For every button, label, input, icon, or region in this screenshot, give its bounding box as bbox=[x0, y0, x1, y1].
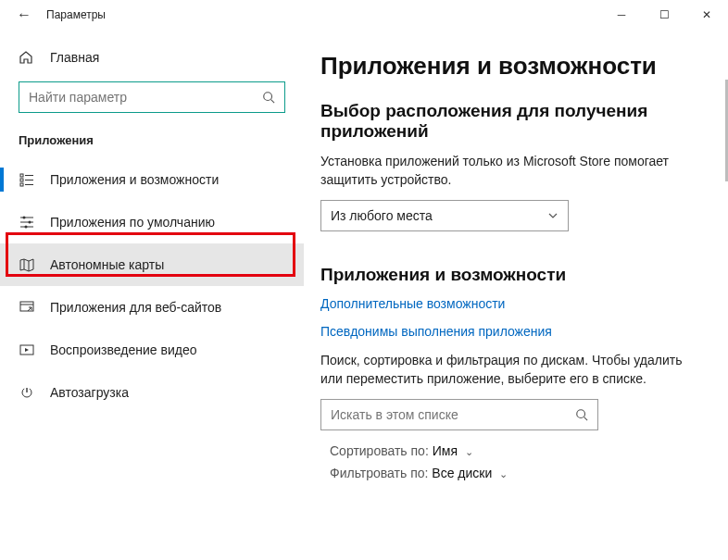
nav-label: Автономные карты bbox=[50, 257, 164, 272]
link-execution-aliases[interactable]: Псевдонимы выполнения приложения bbox=[320, 324, 697, 339]
maximize-button[interactable]: ☐ bbox=[643, 0, 685, 30]
sidebar: Главная Приложения Приложения и возможно… bbox=[0, 30, 304, 560]
nav-video-playback[interactable]: Воспроизведение видео bbox=[0, 329, 304, 371]
titlebar: ← Параметры ─ ☐ ✕ bbox=[0, 0, 728, 30]
page-heading: Приложения и возможности bbox=[320, 52, 697, 81]
svg-marker-20 bbox=[25, 348, 29, 352]
search-icon bbox=[262, 91, 275, 104]
chevron-down-icon: ⌄ bbox=[465, 446, 473, 457]
filter-row[interactable]: Фильтровать по: Все диски ⌄ bbox=[320, 466, 697, 480]
defaults-icon bbox=[19, 215, 35, 230]
svg-line-24 bbox=[584, 417, 588, 421]
chevron-down-icon: ⌄ bbox=[499, 468, 508, 479]
svg-point-11 bbox=[29, 221, 31, 224]
sort-row[interactable]: Сортировать по: Имя ⌄ bbox=[320, 443, 697, 458]
svg-point-13 bbox=[25, 226, 28, 229]
svg-point-0 bbox=[264, 93, 272, 101]
source-heading: Выбор расположения для получения приложе… bbox=[320, 101, 697, 142]
svg-point-23 bbox=[577, 410, 585, 418]
svg-rect-2 bbox=[20, 174, 23, 177]
svg-point-9 bbox=[23, 217, 26, 219]
startup-icon bbox=[19, 385, 35, 400]
source-dropdown[interactable]: Из любого места bbox=[320, 200, 569, 231]
nav-label: Приложения и возможности bbox=[50, 172, 219, 187]
filter-label: Фильтровать по: bbox=[330, 466, 428, 480]
sort-label: Сортировать по: bbox=[330, 443, 429, 458]
nav-label: Приложения по умолчанию bbox=[50, 215, 215, 230]
close-button[interactable]: ✕ bbox=[685, 0, 728, 30]
video-icon bbox=[19, 342, 35, 357]
filter-input[interactable] bbox=[331, 407, 575, 422]
home-nav[interactable]: Главная bbox=[0, 46, 304, 81]
home-icon bbox=[19, 50, 35, 65]
back-button[interactable]: ← bbox=[11, 6, 37, 23]
nav-label: Приложения для веб-сайтов bbox=[50, 300, 221, 315]
svg-rect-4 bbox=[20, 179, 23, 181]
svg-rect-6 bbox=[20, 183, 23, 186]
nav-websites-apps[interactable]: Приложения для веб-сайтов bbox=[0, 286, 304, 329]
filter-value: Все диски bbox=[432, 466, 492, 480]
nav-label: Автозагрузка bbox=[50, 385, 129, 400]
link-optional-features[interactable]: Дополнительные возможности bbox=[320, 296, 697, 311]
apps-body: Поиск, сортировка и фильтрация по дискам… bbox=[320, 352, 697, 388]
home-label: Главная bbox=[50, 50, 99, 65]
nav-offline-maps[interactable]: Автономные карты bbox=[0, 243, 304, 286]
nav-default-apps[interactable]: Приложения по умолчанию bbox=[0, 201, 304, 243]
section-title: Приложения bbox=[0, 133, 304, 158]
apps-heading: Приложения и возможности bbox=[320, 265, 697, 285]
search-box[interactable] bbox=[19, 81, 285, 113]
nav-label: Воспроизведение видео bbox=[50, 342, 196, 357]
sort-value: Имя bbox=[433, 443, 458, 458]
window-controls: ─ ☐ ✕ bbox=[600, 0, 728, 30]
chevron-down-icon bbox=[547, 210, 559, 221]
nav-startup[interactable]: Автозагрузка bbox=[0, 371, 304, 414]
website-icon bbox=[19, 300, 35, 315]
list-icon bbox=[19, 172, 35, 187]
svg-line-18 bbox=[28, 307, 31, 311]
source-value: Из любого места bbox=[331, 208, 547, 223]
search-input[interactable] bbox=[29, 90, 262, 105]
source-body: Установка приложений только из Microsoft… bbox=[320, 153, 697, 189]
map-icon bbox=[19, 257, 35, 272]
minimize-button[interactable]: ─ bbox=[600, 0, 643, 30]
svg-line-1 bbox=[271, 100, 275, 104]
main-content: Приложения и возможности Выбор расположе… bbox=[304, 30, 728, 560]
filter-box[interactable] bbox=[320, 399, 598, 430]
search-icon bbox=[575, 408, 588, 421]
window-title: Параметры bbox=[37, 8, 106, 21]
nav-apps-features[interactable]: Приложения и возможности bbox=[0, 158, 304, 201]
